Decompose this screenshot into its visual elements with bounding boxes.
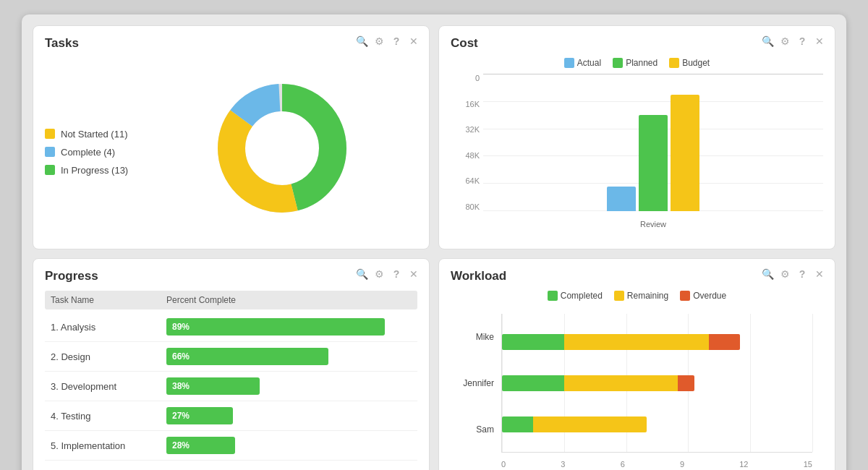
progress-bar-container-2: 38% bbox=[166, 377, 412, 395]
budget-rect bbox=[669, 58, 679, 68]
workload-chart-area bbox=[501, 314, 812, 453]
cost-panel-icons: 🔍 ⚙ ? ✕ bbox=[761, 35, 826, 48]
overdue-rect bbox=[680, 291, 690, 301]
progress-panel-icons: 🔍 ⚙ ? ✕ bbox=[355, 268, 420, 281]
workload-legend: Completed Remaining Overdue bbox=[451, 291, 823, 301]
workload-search-icon[interactable]: 🔍 bbox=[761, 268, 774, 281]
workload-y-labels: Mike Jennifer Sam bbox=[451, 314, 501, 453]
donut-chart bbox=[206, 72, 358, 224]
progress-bar-container-1: 66% bbox=[166, 348, 412, 365]
progress-bar-4: 28% bbox=[166, 437, 235, 454]
workload-legend-remaining: Remaining bbox=[614, 291, 668, 301]
task-label-3: 4. Testing bbox=[51, 411, 166, 422]
progress-row-1: 2. Design 66% bbox=[45, 342, 417, 372]
y-label-16k: 16K bbox=[451, 100, 480, 108]
progress-pct-4: 28% bbox=[172, 440, 190, 450]
y-label-80k: 80K bbox=[451, 202, 480, 211]
y-label-32k: 32K bbox=[451, 125, 480, 134]
complete-dot bbox=[45, 147, 55, 157]
tasks-panel-icons: 🔍 ⚙ ? ✕ bbox=[355, 35, 420, 48]
cost-x-label: Review bbox=[483, 215, 823, 233]
remaining-label: Remaining bbox=[627, 291, 668, 301]
actual-rect bbox=[564, 58, 574, 68]
workload-close-icon[interactable]: ✕ bbox=[813, 268, 826, 281]
progress-pct-3: 27% bbox=[172, 411, 190, 421]
tasks-legend: Not Started (11) Complete (4) In Progres… bbox=[45, 121, 146, 176]
progress-search-icon[interactable]: 🔍 bbox=[355, 268, 368, 281]
workload-chart-wrapper: Mike Jennifer Sam bbox=[451, 307, 823, 470]
budget-bar bbox=[671, 95, 699, 212]
jennifer-bar-row bbox=[502, 374, 812, 393]
task-label-0: 1. Analysis bbox=[51, 322, 166, 333]
x-label-15: 15 bbox=[804, 460, 812, 469]
progress-bar-container-3: 27% bbox=[166, 407, 412, 424]
mike-remaining bbox=[564, 334, 709, 350]
progress-row-4: 5. Implementation 28% bbox=[45, 431, 417, 461]
not-started-label: Not Started (11) bbox=[61, 129, 128, 140]
donut-chart-container bbox=[146, 72, 417, 224]
sam-remaining bbox=[533, 416, 647, 432]
cost-close-icon[interactable]: ✕ bbox=[813, 35, 826, 48]
y-label-mike: Mike bbox=[451, 332, 501, 342]
progress-pct-1: 66% bbox=[172, 351, 190, 362]
progress-bar-3: 27% bbox=[166, 407, 233, 424]
progress-row-2: 3. Development 38% bbox=[45, 372, 417, 401]
grid-100 bbox=[812, 314, 813, 452]
planned-rect bbox=[613, 58, 623, 68]
task-label-2: 3. Development bbox=[51, 381, 166, 392]
actual-bar bbox=[607, 187, 636, 211]
y-label-48k: 48K bbox=[451, 151, 480, 160]
x-label-6: 6 bbox=[621, 460, 625, 469]
progress-help-icon[interactable]: ? bbox=[390, 268, 403, 281]
progress-bar-1: 66% bbox=[166, 348, 328, 365]
x-label-9: 9 bbox=[680, 460, 684, 469]
cost-gear-icon[interactable]: ⚙ bbox=[778, 35, 791, 48]
tasks-content: Not Started (11) Complete (4) In Progres… bbox=[45, 58, 417, 239]
actual-label: Actual bbox=[577, 58, 601, 68]
sam-completed bbox=[502, 416, 533, 432]
x-label-3: 3 bbox=[561, 460, 565, 469]
progress-row-3: 4. Testing 27% bbox=[45, 401, 417, 431]
jennifer-overdue bbox=[678, 375, 694, 391]
progress-close-icon[interactable]: ✕ bbox=[407, 268, 420, 281]
progress-panel: Progress 🔍 ⚙ ? ✕ Task Name Percent Compl… bbox=[33, 258, 430, 470]
completed-rect bbox=[548, 291, 558, 301]
legend-complete: Complete (4) bbox=[45, 147, 146, 158]
workload-gear-icon[interactable]: ⚙ bbox=[778, 268, 791, 281]
progress-bar-2: 38% bbox=[166, 377, 260, 395]
planned-label: Planned bbox=[626, 58, 658, 68]
dashboard: Tasks 🔍 ⚙ ? ✕ Not Started (11) Complete … bbox=[22, 14, 846, 470]
tasks-close-icon[interactable]: ✕ bbox=[407, 35, 420, 48]
y-label-64k: 64K bbox=[451, 176, 480, 185]
cost-legend: Actual Planned Budget bbox=[451, 58, 823, 68]
budget-label: Budget bbox=[682, 58, 710, 68]
progress-gear-icon[interactable]: ⚙ bbox=[373, 268, 386, 281]
legend-in-progress: In Progress (13) bbox=[45, 165, 146, 176]
workload-help-icon[interactable]: ? bbox=[796, 268, 809, 281]
mike-bar-row bbox=[502, 333, 812, 351]
tasks-search-icon[interactable]: 🔍 bbox=[355, 35, 368, 48]
workload-panel-icons: 🔍 ⚙ ? ✕ bbox=[761, 268, 826, 281]
cost-legend-actual: Actual bbox=[564, 58, 601, 68]
tasks-panel: Tasks 🔍 ⚙ ? ✕ Not Started (11) Complete … bbox=[33, 25, 430, 249]
in-progress-dot bbox=[45, 165, 55, 175]
col-percent-complete: Percent Complete bbox=[166, 295, 412, 305]
task-label-4: 5. Implementation bbox=[51, 440, 166, 451]
tasks-gear-icon[interactable]: ⚙ bbox=[373, 35, 386, 48]
planned-bar bbox=[639, 115, 668, 211]
workload-legend-overdue: Overdue bbox=[680, 291, 726, 301]
workload-bars bbox=[502, 314, 812, 452]
not-started-dot bbox=[45, 129, 55, 139]
progress-bar-container-4: 28% bbox=[166, 437, 412, 454]
cost-legend-planned: Planned bbox=[613, 58, 658, 68]
cost-y-axis: 80K 64K 48K 32K 16K 0 bbox=[451, 74, 480, 211]
review-label: Review bbox=[640, 220, 666, 228]
cost-help-icon[interactable]: ? bbox=[796, 35, 809, 48]
cost-search-icon[interactable]: 🔍 bbox=[761, 35, 774, 48]
y-label-0: 0 bbox=[451, 74, 480, 82]
workload-legend-completed: Completed bbox=[548, 291, 603, 301]
tasks-help-icon[interactable]: ? bbox=[390, 35, 403, 48]
jennifer-remaining bbox=[564, 375, 678, 391]
task-label-1: 2. Design bbox=[51, 351, 166, 362]
svg-point-4 bbox=[246, 112, 318, 184]
